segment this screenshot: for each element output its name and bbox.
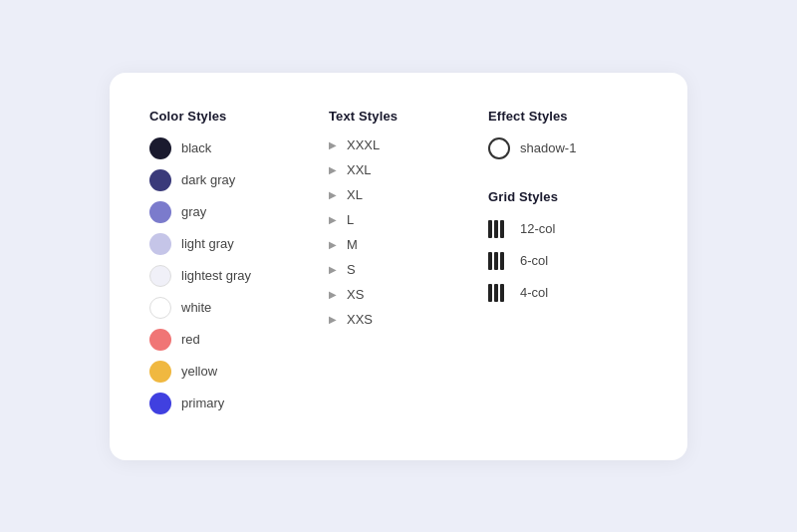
text-item-l[interactable]: ▶ L [329,212,488,227]
color-item-yellow[interactable]: yellow [149,361,329,383]
text-label-xl: XL [347,187,363,202]
shadow-icon [488,137,510,159]
color-item-primary[interactable]: primary [149,393,329,414]
effect-styles-section: Effect Styles shadow-1 [488,109,648,169]
chevron-icon: ▶ [329,239,337,250]
color-dot-darkgray [149,169,171,191]
color-item-gray[interactable]: gray [149,201,329,223]
chevron-icon: ▶ [329,139,337,150]
text-label-xxxl: XXXL [347,137,380,152]
color-label-red: red [181,332,200,347]
chevron-icon: ▶ [329,314,337,325]
grid-styles-title: Grid Styles [488,189,648,204]
color-label-primary: primary [181,396,224,410]
grid-label-12col: 12-col [520,221,555,236]
grid-styles-section: Grid Styles 12-col 6-col [488,189,648,314]
color-item-red[interactable]: red [149,329,329,351]
chevron-icon: ▶ [329,214,337,225]
grid-icon-6col [488,250,510,272]
grid-item-6col[interactable]: 6-col [488,250,648,272]
effect-item-shadow1[interactable]: shadow-1 [488,137,648,159]
color-label-lightgray: light gray [181,236,234,251]
color-dot-lightestgray [149,265,171,287]
color-label-darkgray: dark gray [181,172,235,187]
text-label-l: L [347,212,354,227]
color-item-darkgray[interactable]: dark gray [149,169,329,191]
color-item-black[interactable]: black [149,137,329,159]
text-item-xl[interactable]: ▶ XL [329,187,488,202]
text-styles-column: Text Styles ▶ XXXL ▶ XXL ▶ XL ▶ L ▶ M ▶ … [329,109,488,424]
color-dot-red [149,329,171,351]
color-item-lightgray[interactable]: light gray [149,233,329,255]
chevron-icon: ▶ [329,164,337,175]
color-item-white[interactable]: white [149,297,329,319]
color-label-white: white [181,300,211,315]
color-label-lightestgray: lightest gray [181,268,251,283]
grid-item-12col[interactable]: 12-col [488,218,648,240]
color-item-lightestgray[interactable]: lightest gray [149,265,329,287]
color-dot-yellow [149,361,171,383]
text-item-xs[interactable]: ▶ XS [329,287,488,302]
text-item-m[interactable]: ▶ M [329,237,488,252]
color-dot-black [149,137,171,159]
text-label-s: S [347,262,356,277]
text-item-xxl[interactable]: ▶ XXL [329,162,488,177]
grid-icon-12col [488,218,510,240]
text-label-m: M [347,237,358,252]
color-styles-column: Color Styles black dark gray gray light … [149,109,329,424]
text-label-xxl: XXL [347,162,372,177]
color-dot-gray [149,201,171,223]
color-dot-lightgray [149,233,171,255]
color-dot-primary [149,393,171,414]
chevron-icon: ▶ [329,289,337,300]
effect-label-shadow1: shadow-1 [520,140,576,155]
color-label-black: black [181,140,211,155]
text-label-xs: XS [347,287,364,302]
grid-label-6col: 6-col [520,253,548,268]
color-label-gray: gray [181,204,206,219]
color-label-yellow: yellow [181,364,217,379]
chevron-icon: ▶ [329,189,337,200]
text-styles-title: Text Styles [329,109,488,124]
text-item-xxs[interactable]: ▶ XXS [329,312,488,327]
effect-styles-title: Effect Styles [488,109,648,124]
styles-card: Color Styles black dark gray gray light … [110,73,687,460]
color-dot-white [149,297,171,319]
text-item-s[interactable]: ▶ S [329,262,488,277]
text-label-xxs: XXS [347,312,373,327]
grid-item-4col[interactable]: 4-col [488,282,648,304]
text-item-xxxl[interactable]: ▶ XXXL [329,137,488,152]
color-styles-title: Color Styles [149,109,329,124]
grid-label-4col: 4-col [520,285,548,300]
chevron-icon: ▶ [329,264,337,275]
right-column: Effect Styles shadow-1 Grid Styles 12-co… [488,109,648,424]
grid-icon-4col [488,282,510,304]
